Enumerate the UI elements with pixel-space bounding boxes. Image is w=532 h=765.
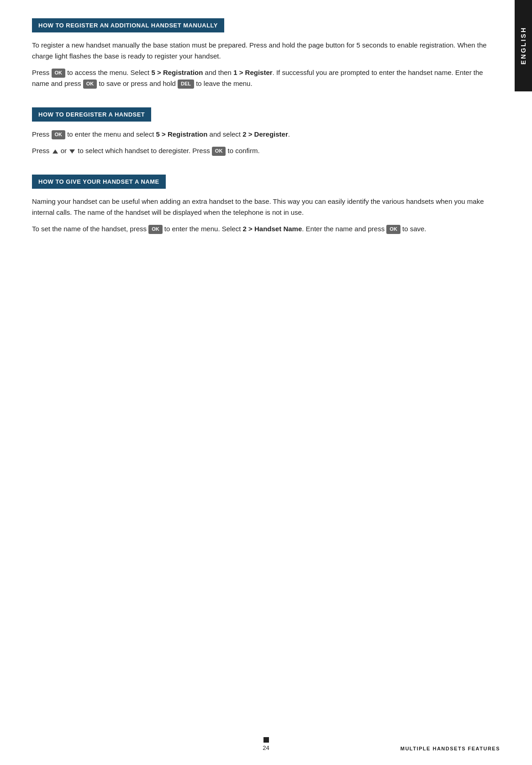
menu-path-4: 2 > Deregister <box>242 130 288 138</box>
name-para-1: Naming your handset can be useful when a… <box>32 196 500 218</box>
arrow-up-icon <box>53 149 58 154</box>
section-deregister-handset: HOW TO DEREGISTER A HANDSET Press OK to … <box>32 107 500 156</box>
side-tab-label: ENGLISH <box>520 27 527 64</box>
section-register-handset: HOW TO REGISTER AN ADDITIONAL HANDSET MA… <box>32 18 500 89</box>
footer-square <box>263 737 269 743</box>
name-para-2: To set the name of the handset, press OK… <box>32 223 500 234</box>
section-content-register: To register a new handset manually the b… <box>32 40 500 89</box>
footer-section-label: MULTIPLE HANDSETS FEATURES <box>400 746 500 751</box>
section-name-handset: HOW TO GIVE YOUR HANDSET A NAME Naming y… <box>32 175 500 234</box>
btn-del-1: DEL <box>178 80 194 88</box>
deregister-para-1: Press OK to enter the menu and select 5 … <box>32 129 500 140</box>
section-header-deregister: HOW TO DEREGISTER A HANDSET <box>32 107 151 122</box>
section-header-register: HOW TO REGISTER AN ADDITIONAL HANDSET MA… <box>32 18 224 32</box>
register-para-2: Press OK to access the menu. Select 5 > … <box>32 67 500 89</box>
page-container: ENGLISH HOW TO REGISTER AN ADDITIONAL HA… <box>0 0 532 765</box>
btn-ok-4: OK <box>212 147 226 155</box>
menu-path-1: 5 > Registration <box>151 69 203 76</box>
arrow-down-icon <box>69 149 75 154</box>
deregister-para-2: Press or to select which handset to dere… <box>32 145 500 156</box>
btn-ok-6: OK <box>386 225 400 234</box>
section-content-name: Naming your handset can be useful when a… <box>32 196 500 234</box>
register-para-1: To register a new handset manually the b… <box>32 40 500 62</box>
btn-ok-2: OK <box>83 80 97 88</box>
section-header-name: HOW TO GIVE YOUR HANDSET A NAME <box>32 175 166 189</box>
menu-path-2: 1 > Register <box>233 69 272 76</box>
menu-path-5: 2 > Handset Name <box>243 225 302 233</box>
side-tab: ENGLISH <box>515 0 532 91</box>
page-number: 24 <box>263 744 269 751</box>
btn-ok-1: OK <box>52 69 66 77</box>
section-content-deregister: Press OK to enter the menu and select 5 … <box>32 129 500 156</box>
btn-ok-3: OK <box>52 130 66 139</box>
menu-path-3: 5 > Registration <box>156 130 207 138</box>
btn-ok-5: OK <box>148 225 163 234</box>
